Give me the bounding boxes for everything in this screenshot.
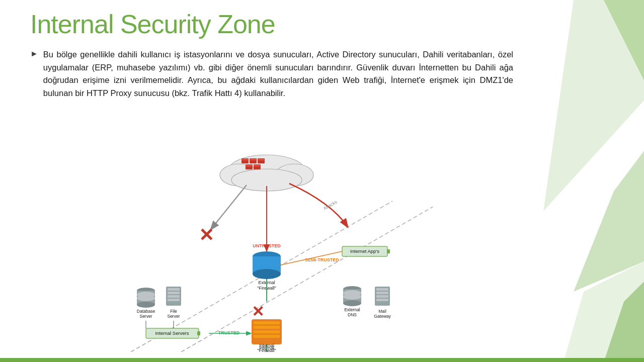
svg-marker-2	[574, 151, 644, 292]
svg-rect-72	[376, 288, 388, 291]
svg-rect-38	[254, 321, 280, 324]
svg-text:DNS: DNS	[348, 312, 357, 317]
svg-text:Attacks: Attacks	[323, 199, 338, 211]
svg-rect-59	[168, 299, 180, 301]
bullet-section: ► Bu bölge genellikle dahili kullanıcı i…	[30, 48, 513, 100]
svg-text:Internal Servers: Internal Servers	[155, 330, 189, 336]
svg-rect-41	[254, 335, 280, 338]
svg-point-52	[137, 295, 155, 301]
svg-point-50	[137, 302, 155, 308]
svg-rect-40	[254, 330, 280, 333]
svg-rect-47	[197, 331, 200, 335]
svg-rect-75	[376, 299, 388, 301]
svg-text:Internet App's: Internet App's	[350, 248, 379, 254]
svg-point-25	[253, 269, 281, 279]
svg-rect-74	[376, 295, 388, 298]
svg-rect-14	[250, 159, 256, 160]
svg-text:TRUSTED: TRUSTED	[218, 330, 240, 335]
network-diagram: Attacks ✕ UNTRUSTED External "Firewall" …	[101, 136, 433, 352]
bullet-arrow-icon: ►	[30, 49, 38, 58]
svg-text:Internal: Internal	[259, 343, 274, 348]
svg-rect-57	[168, 292, 180, 294]
svg-rect-56	[168, 288, 180, 291]
svg-rect-12	[242, 159, 248, 160]
svg-rect-20	[254, 165, 260, 166]
svg-text:Server: Server	[139, 314, 152, 319]
bottom-bar	[0, 358, 644, 362]
svg-text:"Firewall": "Firewall"	[257, 348, 276, 352]
svg-point-68	[343, 294, 361, 300]
svg-text:✕: ✕	[252, 303, 264, 320]
svg-rect-18	[246, 165, 252, 166]
svg-marker-4	[604, 282, 644, 362]
svg-rect-73	[376, 292, 388, 294]
svg-rect-16	[258, 159, 264, 160]
svg-rect-39	[254, 326, 280, 329]
svg-text:Server: Server	[167, 314, 180, 319]
svg-rect-32	[387, 249, 390, 253]
svg-point-66	[343, 300, 361, 306]
svg-line-6	[181, 201, 433, 352]
svg-text:File: File	[170, 309, 177, 314]
svg-text:Database: Database	[137, 309, 155, 314]
svg-text:✕: ✕	[199, 225, 214, 245]
svg-text:Gateway: Gateway	[374, 314, 391, 319]
svg-marker-3	[564, 261, 644, 362]
svg-text:Mail: Mail	[378, 309, 386, 314]
svg-text:External: External	[344, 307, 360, 312]
bullet-text: Bu bölge genellikle dahili kullanıcı iş …	[43, 48, 513, 100]
svg-rect-58	[168, 295, 180, 298]
page-title: Internal Security Zone	[30, 9, 614, 39]
